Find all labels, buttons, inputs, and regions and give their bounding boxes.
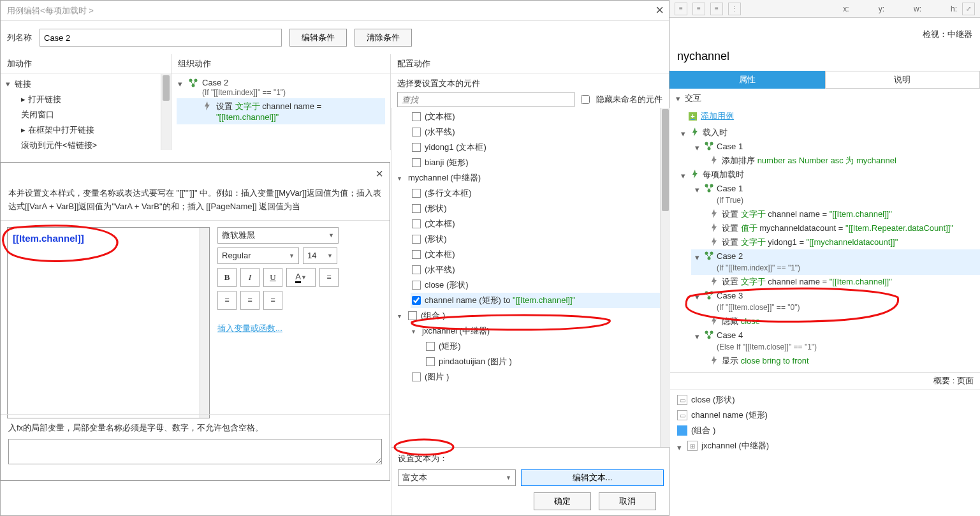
underline-button[interactable]: U [263,268,282,287]
scrollbar[interactable] [161,74,171,150]
action-row[interactable]: 设置 文字于 yidong1 = "[[mychanneldatacount]]… [705,235,980,249]
action-row[interactable]: 设置 文字于 channel name = "[[Item.channel]]" [705,275,980,289]
action-row[interactable]: 隐藏 close [705,314,980,328]
ok-button[interactable]: 确定 [534,492,591,510]
tab-properties[interactable]: 属性 [669,71,825,89]
case-row[interactable]: ▾ Case 1 [691,140,980,154]
scrollbar[interactable] [200,228,209,418]
tab-notes[interactable]: 说明 [825,71,981,89]
checkbox[interactable] [412,250,421,259]
bullet-list-button[interactable]: ≡ [319,268,339,287]
font-size-select[interactable]: 14▼ [303,247,337,264]
action-close-window[interactable]: 关闭窗口 [6,107,166,122]
case-row[interactable]: ▾ Case 4(Else If "[[Item.close]]" == "1"… [691,328,980,354]
outline-item[interactable]: ▭channel name (矩形) [675,408,975,423]
org-action-selected[interactable]: 设置 文字于 channel name = "[[Item.channel]]" [177,98,385,124]
checkbox[interactable] [412,112,421,121]
link-w-h-icon[interactable]: ⤢ [962,3,975,15]
outline-item[interactable]: (组合 ) [675,423,975,438]
cancel-button[interactable]: 取消 [599,492,656,510]
widget-row[interactable]: (形状) [411,201,665,216]
widget-row[interactable]: (文本框) [411,247,665,262]
scrollbar-thumb[interactable] [163,75,170,101]
scrollbar[interactable] [660,108,670,447]
chevron-down-icon[interactable]: ▾ [695,291,701,303]
checkbox[interactable] [412,219,421,228]
widget-row[interactable]: yidong1 (文本框) [411,140,665,155]
chevron-down-icon[interactable]: ▾ [178,79,184,89]
widget-row[interactable]: (形状) [411,232,665,247]
checkbox[interactable] [412,158,421,167]
action-row[interactable]: 设置 值于 mychanneldatacount = "[[Item.Repea… [705,221,980,235]
event-onload[interactable]: ▾ 载入时 [677,126,980,140]
widget-row[interactable]: (文本框) [411,109,665,124]
add-case-link[interactable]: + 添加用例 [669,108,980,124]
widget-row[interactable]: (图片 ) [411,369,665,385]
edit-text-button[interactable]: 编辑文本... [521,469,664,486]
list-icon[interactable]: ⋮ [728,3,741,15]
chevron-down-icon[interactable]: ▾ [398,175,404,182]
outline-header[interactable]: 概要 : 页面 [669,372,980,390]
checkbox[interactable] [412,281,421,290]
close-icon[interactable]: × [376,166,383,181]
outline-item[interactable]: ▭close (形状) [675,392,975,408]
case-row[interactable]: ▾ Case 3(If "[[Item.close]]" == "0") [691,289,980,314]
chevron-down-icon[interactable]: ▾ [681,128,687,140]
widget-row-selected[interactable]: channel name (矩形) to "[[Item.channel]]" [411,293,665,308]
widget-row[interactable]: (水平线) [411,262,665,277]
clear-condition-button[interactable]: 清除条件 [355,29,412,47]
chevron-down-icon[interactable]: ▾ [695,252,701,263]
widget-row[interactable]: close (形状) [411,277,665,293]
local-var-textarea[interactable] [8,439,382,464]
case-row-selected[interactable]: ▾ Case 2(If "[[Item.index]]" == "1") [691,249,980,275]
action-row[interactable]: 设置 文字于 channel name = "[[Item.channel]]" [705,207,980,221]
widget-row[interactable]: bianji (矩形) [411,155,665,170]
hide-unnamed-checkbox[interactable] [581,95,590,104]
chevron-down-icon[interactable]: ▾ [681,170,687,182]
widget-group[interactable]: ▾jxchannel (中继器) [411,323,665,339]
case-name-input[interactable] [40,29,282,47]
font-family-select[interactable]: 微软雅黑▼ [217,227,339,244]
action-row[interactable]: 添加排序 number as Number asc 为 mychannel [705,154,980,168]
chevron-down-icon[interactable]: ▾ [412,328,418,335]
align-icon[interactable]: ≡ [675,3,687,15]
align-right-button[interactable]: ≡ [263,291,282,310]
outline-item[interactable]: ▾⊞jxchannel (中继器) [675,438,975,453]
action-row[interactable]: 显示 close bring to front [705,354,980,368]
chevron-down-icon[interactable]: ▾ [677,443,684,452]
widget-group[interactable]: ▾(组合 ) [397,308,665,323]
interactions-header[interactable]: ▾ 交互 [669,89,980,108]
checkbox[interactable] [412,204,421,213]
align-left-button[interactable]: ≡ [217,291,237,310]
align-center-button[interactable]: ≡ [240,291,260,310]
checkbox[interactable] [408,311,417,320]
insert-variable-link[interactable]: 插入变量或函数... [217,323,383,334]
italic-button[interactable]: I [240,268,260,287]
org-case[interactable]: ▾ Case 2(If "[[Item.index]]" == "1") [177,77,385,98]
checkbox[interactable] [412,235,421,244]
edit-condition-button[interactable]: 编辑条件 [289,29,347,47]
checkbox[interactable] [426,342,435,351]
widget-group[interactable]: ▾mychannel (中继器) [397,170,665,186]
widget-row[interactable]: (文本框) [411,216,665,232]
chevron-down-icon[interactable]: ▾ [398,313,404,320]
case-row[interactable]: ▾ Case 1(If True) [691,182,980,207]
align-icon-3[interactable]: ≡ [710,3,723,15]
action-open-in-frame[interactable]: ▸ 在框架中打开链接 [6,122,166,138]
links-group[interactable]: ▾ 链接 [6,77,166,92]
checkbox-checked[interactable] [412,296,421,305]
action-open-link[interactable]: ▸ 打开链接 [6,92,166,107]
action-scroll-to[interactable]: 滚动到元件<锚链接> [6,138,166,150]
chevron-down-icon[interactable]: ▾ [695,142,701,154]
search-input[interactable] [397,92,574,107]
widget-row[interactable]: pindaotuijian (图片 ) [425,354,665,369]
font-weight-select[interactable]: Regular▼ [217,247,299,264]
widget-row[interactable]: (矩形) [425,339,665,354]
bold-button[interactable]: B [217,268,237,287]
checkbox[interactable] [412,143,421,152]
font-color-button[interactable]: A ▼ [286,268,316,287]
checkbox[interactable] [412,265,421,274]
widget-row[interactable]: (水平线) [411,124,665,140]
checkbox[interactable] [412,372,421,381]
rich-text-editor[interactable]: [[Item.channel]] [7,227,210,418]
